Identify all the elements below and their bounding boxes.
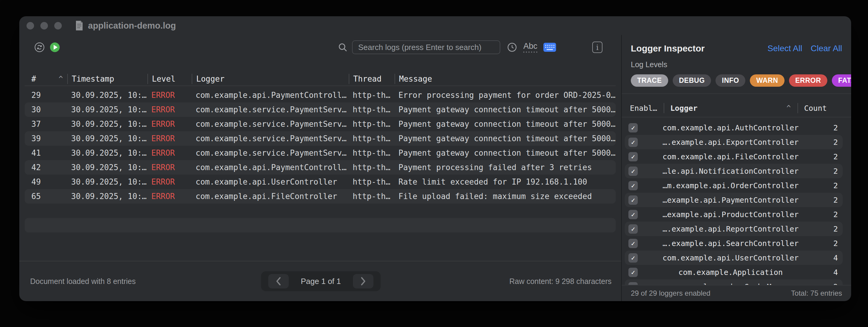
row-number: 30	[25, 105, 67, 114]
log-level-badge-debug[interactable]: DEBUG	[673, 74, 711, 87]
log-level-badge-trace[interactable]: TRACE	[631, 74, 668, 87]
pagination: Page 1 of 1	[261, 271, 381, 291]
log-table-row[interactable]: 39 30.09.2025, 10:… ERROR com.example.se…	[25, 131, 616, 146]
log-table-row[interactable]: 30 30.09.2025, 10:… ERROR com.example.se…	[25, 102, 616, 117]
logger-count: 2	[801, 167, 843, 175]
column-header-enabled[interactable]: Enabl…	[625, 103, 664, 113]
inspector-title: Logger Inspector	[631, 43, 759, 54]
logger-enabled-checkbox[interactable]: ✓	[628, 210, 638, 219]
info-button[interactable]: i	[592, 41, 602, 53]
column-header-level[interactable]: Level	[147, 74, 192, 84]
logger-row[interactable]: ✓ …le.api.NotificationController 2	[625, 164, 843, 178]
row-logger: com.example.service.PaymentServ…	[192, 120, 349, 129]
row-message: Error processing payment for order ORD-2…	[395, 91, 616, 100]
logger-enabled-checkbox[interactable]: ✓	[628, 138, 638, 147]
search-input[interactable]	[352, 40, 500, 54]
keyboard-toggle[interactable]	[544, 43, 556, 52]
row-logger: com.example.service.PaymentServ…	[192, 149, 349, 158]
logger-row[interactable]: ✓ com.example.api.AuthController 2	[625, 121, 843, 135]
log-table-row[interactable]: 41 30.09.2025, 10:… ERROR com.example.se…	[25, 146, 616, 160]
logger-row[interactable]: ✓ com.example.api.FileController 2	[625, 149, 843, 164]
column-header-logger[interactable]: Logger	[192, 74, 349, 84]
log-level-badge-fatal[interactable]: FATAL	[832, 74, 851, 87]
titlebar: application-demo.log	[19, 16, 851, 35]
log-table-row[interactable]: 29 30.09.2025, 10:… ERROR com.example.ap…	[25, 88, 616, 102]
clear-all-link[interactable]: Clear All	[811, 44, 842, 53]
zoom-button[interactable]	[54, 22, 62, 30]
logger-enabled-checkbox[interactable]: ✓	[628, 253, 638, 263]
log-table-row[interactable]: 42 30.09.2025, 10:… ERROR com.example.ap…	[25, 160, 616, 175]
empty-row	[25, 218, 616, 232]
row-number: 39	[25, 134, 67, 143]
toolbar: Abc i	[19, 35, 621, 60]
refresh-button[interactable]	[34, 42, 44, 53]
row-thread: http-th…	[349, 105, 395, 114]
logger-row[interactable]: ✓ …example.api.PaymentController 2	[625, 193, 843, 207]
column-header-timestamp[interactable]: Timestamp	[67, 74, 147, 84]
logger-row[interactable]: ✓ ….example.api.ReportController 2	[625, 222, 843, 236]
row-logger: com.example.api.FileController	[192, 192, 349, 201]
logger-count: 2	[801, 124, 843, 132]
log-level-badge-info[interactable]: INFO	[715, 74, 745, 87]
row-level: ERROR	[147, 134, 192, 143]
match-case-toggle[interactable]: Abc	[523, 42, 537, 53]
row-timestamp: 30.09.2025, 10:…	[67, 149, 147, 158]
logger-count: 2	[801, 210, 843, 219]
logger-row[interactable]: ✓ com.example.cache.CacheManager 2	[625, 280, 843, 285]
minimize-button[interactable]	[40, 22, 48, 30]
logger-enabled-checkbox[interactable]: ✓	[628, 166, 638, 176]
logger-enabled-checkbox[interactable]: ✓	[628, 224, 638, 234]
logger-name: ….example.api.SearchController	[661, 239, 801, 248]
logger-enabled-checkbox[interactable]: ✓	[628, 195, 638, 205]
prev-page-button[interactable]	[268, 274, 289, 289]
column-header-count[interactable]: Count	[798, 103, 843, 113]
row-logger: com.example.service.PaymentServ…	[192, 134, 349, 143]
logger-count: 2	[801, 225, 843, 233]
row-thread: http-th…	[349, 91, 395, 100]
logger-enabled-checkbox[interactable]: ✓	[628, 282, 638, 285]
log-table-row[interactable]: 37 30.09.2025, 10:… ERROR com.example.se…	[25, 117, 616, 131]
row-timestamp: 30.09.2025, 10:…	[67, 177, 147, 186]
row-number: 49	[25, 177, 67, 186]
log-table-header: # ^ Timestamp Level Logger Thread Messag…	[25, 72, 616, 86]
column-header-logger-name[interactable]: Logger ^	[664, 103, 798, 113]
log-table-row[interactable]: 65 30.09.2025, 10:… ERROR com.example.ap…	[25, 189, 616, 203]
row-message: Payment gateway connection timeout after…	[395, 120, 616, 129]
logger-enabled-checkbox[interactable]: ✓	[628, 181, 638, 190]
row-thread: http-th…	[349, 120, 395, 129]
column-header-message[interactable]: Message	[395, 74, 616, 84]
status-text: Document loaded with 8 entries	[30, 277, 261, 286]
play-button[interactable]	[50, 42, 60, 52]
logger-row[interactable]: ✓ com.example.api.UserController 4	[625, 251, 843, 265]
logger-row[interactable]: ✓ com.example.Application 4	[625, 265, 843, 280]
log-level-badge-error[interactable]: ERROR	[789, 74, 828, 87]
close-button[interactable]	[27, 22, 34, 30]
log-level-badge-warn[interactable]: WARN	[750, 74, 784, 87]
row-number: 37	[25, 120, 67, 129]
logger-row[interactable]: ✓ …example.api.ProductController 2	[625, 207, 843, 222]
page-indicator: Page 1 of 1	[301, 277, 341, 286]
logger-row[interactable]: ✓ …m.example.api.OrderController 2	[625, 178, 843, 193]
logger-row[interactable]: ✓ ….example.api.SearchController 2	[625, 236, 843, 251]
select-all-link[interactable]: Select All	[768, 44, 802, 53]
logger-enabled-checkbox[interactable]: ✓	[628, 268, 638, 277]
total-entries-text: Total: 75 entries	[791, 289, 842, 297]
logger-count: 2	[801, 283, 843, 285]
column-header-num[interactable]: # ^	[25, 74, 67, 84]
row-logger: com.example.service.PaymentServ…	[192, 105, 349, 114]
logger-enabled-checkbox[interactable]: ✓	[628, 152, 638, 161]
sort-asc-icon: ^	[59, 75, 63, 83]
row-logger: com.example.api.UserController	[192, 177, 349, 186]
window-title-group: application-demo.log	[75, 21, 176, 31]
logger-count: 4	[801, 254, 843, 262]
logger-enabled-checkbox[interactable]: ✓	[628, 239, 638, 248]
search-history-button[interactable]	[507, 42, 517, 53]
logger-enabled-checkbox[interactable]: ✓	[628, 123, 638, 132]
logger-inspector-panel: Logger Inspector Select All Clear All Lo…	[621, 35, 851, 301]
logger-row[interactable]: ✓ ….example.api.ExportController 2	[625, 135, 843, 149]
log-table-row[interactable]: 49 30.09.2025, 10:… ERROR com.example.ap…	[25, 175, 616, 189]
row-logger: com.example.api.PaymentControll…	[192, 163, 349, 172]
document-icon	[75, 21, 83, 30]
next-page-button[interactable]	[353, 274, 373, 289]
column-header-thread[interactable]: Thread	[349, 74, 395, 84]
